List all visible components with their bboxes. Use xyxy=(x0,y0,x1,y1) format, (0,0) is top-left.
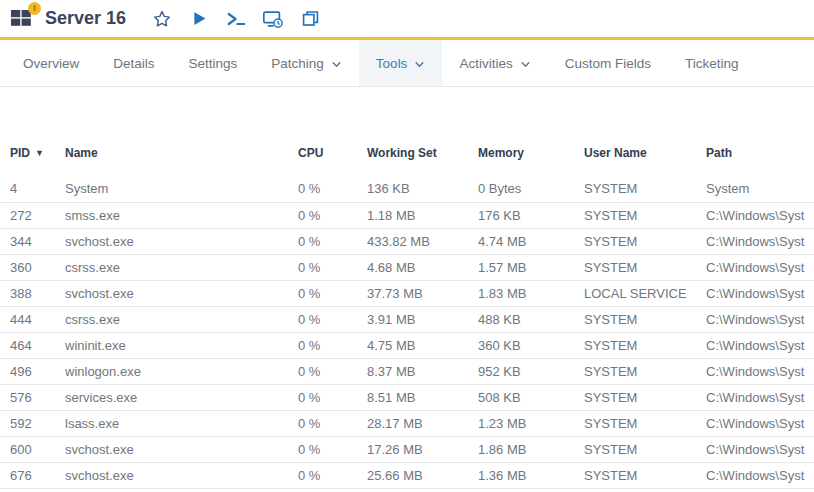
remote-desktop-icon xyxy=(262,8,284,30)
cell-cpu: 0 % xyxy=(298,306,367,332)
app-header: ! Server 16 xyxy=(0,0,814,37)
cell-pid: 592 xyxy=(0,410,65,436)
table-row[interactable]: 464 wininit.exe 0 % 4.75 MB 360 KB SYSTE… xyxy=(0,332,814,358)
cell-memory: 952 KB xyxy=(478,358,584,384)
column-header-pid-label: PID xyxy=(10,146,30,160)
cell-path: C:\Windows\Syst xyxy=(706,410,814,436)
cell-working-set: 4.68 MB xyxy=(367,254,478,280)
cell-user-name: SYSTEM xyxy=(584,254,706,280)
cell-path: C:\Windows\Syst xyxy=(706,202,814,228)
cell-working-set: 3.91 MB xyxy=(367,306,478,332)
cell-name: winlogon.exe xyxy=(65,358,298,384)
cell-cpu: 0 % xyxy=(298,384,367,410)
tab-custom-fields[interactable]: Custom Fields xyxy=(548,40,668,86)
favorite-button[interactable] xyxy=(150,7,174,31)
cell-cpu: 0 % xyxy=(298,280,367,306)
cell-pid: 496 xyxy=(0,358,65,384)
table-row[interactable]: 600 svchost.exe 0 % 17.26 MB 1.86 MB SYS… xyxy=(0,436,814,462)
cell-name: csrss.exe xyxy=(65,306,298,332)
cell-pid: 272 xyxy=(0,202,65,228)
cell-cpu: 0 % xyxy=(298,228,367,254)
remote-session-button[interactable] xyxy=(261,7,285,31)
cell-memory: 176 KB xyxy=(478,202,584,228)
cell-working-set: 8.51 MB xyxy=(367,384,478,410)
terminal-button[interactable] xyxy=(224,7,248,31)
page-title: Server 16 xyxy=(45,8,126,29)
play-icon xyxy=(191,10,208,27)
cell-pid: 464 xyxy=(0,332,65,358)
cell-memory: 4.74 MB xyxy=(478,228,584,254)
cell-cpu: 0 % xyxy=(298,254,367,280)
tab-tools[interactable]: Tools xyxy=(359,40,443,86)
table-row[interactable]: 4 System 0 % 136 KB 0 Bytes SYSTEM Syste… xyxy=(0,176,814,202)
table-row[interactable]: 388 svchost.exe 0 % 37.73 MB 1.83 MB LOC… xyxy=(0,280,814,306)
table-row[interactable]: 344 svchost.exe 0 % 433.82 MB 4.74 MB SY… xyxy=(0,228,814,254)
cell-path: C:\Windows\Syst xyxy=(706,254,814,280)
column-header-pid[interactable]: PID▼ xyxy=(0,140,65,176)
cell-working-set: 433.82 MB xyxy=(367,228,478,254)
table-header-row: PID▼ Name CPU Working Set Memory User Na… xyxy=(0,140,814,176)
process-table: PID▼ Name CPU Working Set Memory User Na… xyxy=(0,140,814,489)
cell-memory: 1.23 MB xyxy=(478,410,584,436)
cell-path: C:\Windows\Syst xyxy=(706,358,814,384)
windows-logo-icon: ! xyxy=(10,7,34,31)
column-header-path[interactable]: Path xyxy=(706,140,814,176)
cell-cpu: 0 % xyxy=(298,436,367,462)
cell-path: C:\Windows\Syst xyxy=(706,384,814,410)
cell-path: C:\Windows\Syst xyxy=(706,306,814,332)
cell-pid: 444 xyxy=(0,306,65,332)
cell-name: System xyxy=(65,176,298,202)
column-header-cpu[interactable]: CPU xyxy=(298,140,367,176)
column-header-memory[interactable]: Memory xyxy=(478,140,584,176)
tab-details[interactable]: Details xyxy=(96,40,171,86)
cell-memory: 0 Bytes xyxy=(478,176,584,202)
cell-user-name: SYSTEM xyxy=(584,436,706,462)
cell-user-name: SYSTEM xyxy=(584,228,706,254)
run-button[interactable] xyxy=(187,7,211,31)
tab-patching[interactable]: Patching xyxy=(254,40,359,86)
cell-name: svchost.exe xyxy=(65,280,298,306)
tab-overview[interactable]: Overview xyxy=(6,40,96,86)
cell-pid: 344 xyxy=(0,228,65,254)
cell-user-name: SYSTEM xyxy=(584,358,706,384)
tab-ticketing[interactable]: Ticketing xyxy=(668,40,756,86)
cell-cpu: 0 % xyxy=(298,332,367,358)
chevron-down-icon xyxy=(414,59,425,70)
table-row[interactable]: 576 services.exe 0 % 8.51 MB 508 KB SYST… xyxy=(0,384,814,410)
cell-pid: 388 xyxy=(0,280,65,306)
column-header-working-set[interactable]: Working Set xyxy=(367,140,478,176)
column-header-user-name[interactable]: User Name xyxy=(584,140,706,176)
duplicate-windows-icon xyxy=(301,9,320,28)
table-row[interactable]: 496 winlogon.exe 0 % 8.37 MB 952 KB SYST… xyxy=(0,358,814,384)
cell-memory: 1.83 MB xyxy=(478,280,584,306)
cell-cpu: 0 % xyxy=(298,462,367,488)
table-row[interactable]: 592 lsass.exe 0 % 28.17 MB 1.23 MB SYSTE… xyxy=(0,410,814,436)
column-header-name[interactable]: Name xyxy=(65,140,298,176)
cell-memory: 1.86 MB xyxy=(478,436,584,462)
table-row[interactable]: 676 svchost.exe 0 % 25.66 MB 1.36 MB SYS… xyxy=(0,462,814,488)
tab-label: Custom Fields xyxy=(565,56,651,71)
cell-user-name: SYSTEM xyxy=(584,332,706,358)
table-row[interactable]: 272 smss.exe 0 % 1.18 MB 176 KB SYSTEM C… xyxy=(0,202,814,228)
cell-path: C:\Windows\Syst xyxy=(706,462,814,488)
cell-user-name: SYSTEM xyxy=(584,410,706,436)
table-row[interactable]: 360 csrss.exe 0 % 4.68 MB 1.57 MB SYSTEM… xyxy=(0,254,814,280)
cell-memory: 1.36 MB xyxy=(478,462,584,488)
cell-path: C:\Windows\Syst xyxy=(706,280,814,306)
tab-label: Settings xyxy=(189,56,238,71)
cell-path: C:\Windows\Syst xyxy=(706,436,814,462)
terminal-icon xyxy=(226,9,246,29)
cell-cpu: 0 % xyxy=(298,202,367,228)
tab-activities[interactable]: Activities xyxy=(442,40,547,86)
sort-desc-icon: ▼ xyxy=(35,148,44,158)
table-row[interactable]: 444 csrss.exe 0 % 3.91 MB 488 KB SYSTEM … xyxy=(0,306,814,332)
cell-pid: 360 xyxy=(0,254,65,280)
cell-pid: 600 xyxy=(0,436,65,462)
cell-user-name: SYSTEM xyxy=(584,306,706,332)
cell-working-set: 25.66 MB xyxy=(367,462,478,488)
tab-settings[interactable]: Settings xyxy=(172,40,255,86)
cell-user-name: SYSTEM xyxy=(584,176,706,202)
cell-cpu: 0 % xyxy=(298,410,367,436)
cell-user-name: LOCAL SERVICE xyxy=(584,280,706,306)
duplicate-button[interactable] xyxy=(298,7,322,31)
